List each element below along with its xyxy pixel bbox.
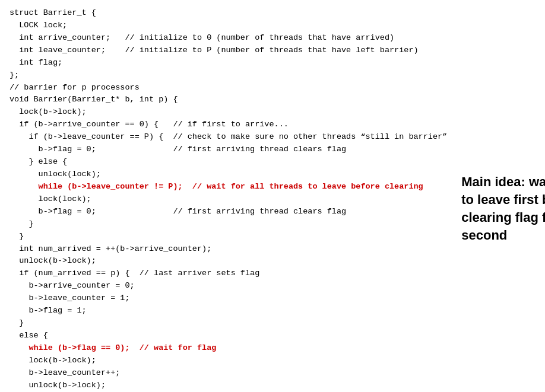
code-line-3: int leave_counter; // initialize to P (n… — [9, 44, 447, 57]
code-line-26: b->flag = 1; — [9, 305, 447, 317]
code-line-32: unlock(b->lock); — [9, 380, 447, 392]
code-line-15: while (b->leave_counter != P); // wait f… — [9, 181, 447, 193]
main-layout: struct Barrier_t { LOCK lock; int arrive… — [9, 7, 536, 392]
code-line-12: b->flag = 0; // first arriving thread cl… — [9, 144, 447, 156]
code-line-10: if (b->arrive_counter == 0) { // if firs… — [9, 119, 447, 131]
code-line-5: }; — [9, 69, 447, 82]
code-line-17: b->flag = 0; // first arriving thread cl… — [9, 206, 447, 218]
code-line-19: } — [9, 231, 447, 243]
code-line-25: b->leave_counter = 1; — [9, 292, 447, 305]
code-line-23: if (num_arrived == p) { // last arriver … — [9, 267, 447, 280]
code-line-14: unlock(lock); — [9, 168, 447, 181]
annotation-text: Main idea: wait for all processes to lea… — [461, 174, 545, 243]
code-line-21: unlock(b->lock); — [9, 255, 447, 267]
code-line-28: else { — [9, 330, 447, 342]
code-line-1: LOCK lock; — [9, 20, 447, 32]
code-line-4: int flag; — [9, 57, 447, 69]
code-line-29: while (b->flag == 0); // wait for flag — [9, 342, 447, 355]
code-line-2: int arrive_counter; // initialize to 0 (… — [9, 32, 447, 44]
code-block: struct Barrier_t { LOCK lock; int arrive… — [9, 7, 447, 392]
code-line-8: void Barrier(Barrier_t* b, int p) { — [9, 94, 447, 106]
code-line-27: } — [9, 317, 447, 330]
code-line-18: } — [9, 218, 447, 231]
code-line-24: b->arrive_counter = 0; — [9, 280, 447, 292]
code-line-0: struct Barrier_t { — [9, 7, 447, 20]
code-line-11: if (b->leave_counter == P) { // check to… — [9, 131, 447, 144]
code-line-7: // barrier for p processors — [9, 82, 447, 94]
code-line-13: } else { — [9, 156, 447, 168]
code-line-20: int num_arrived = ++(b->arrive_counter); — [9, 243, 447, 256]
code-line-16: lock(lock); — [9, 193, 447, 206]
annotation-box: Main idea: wait for all processes to lea… — [461, 173, 545, 244]
code-line-31: b->leave_counter++; — [9, 367, 447, 380]
code-line-9: lock(b->lock); — [9, 106, 447, 119]
code-line-30: lock(b->lock); — [9, 355, 447, 367]
